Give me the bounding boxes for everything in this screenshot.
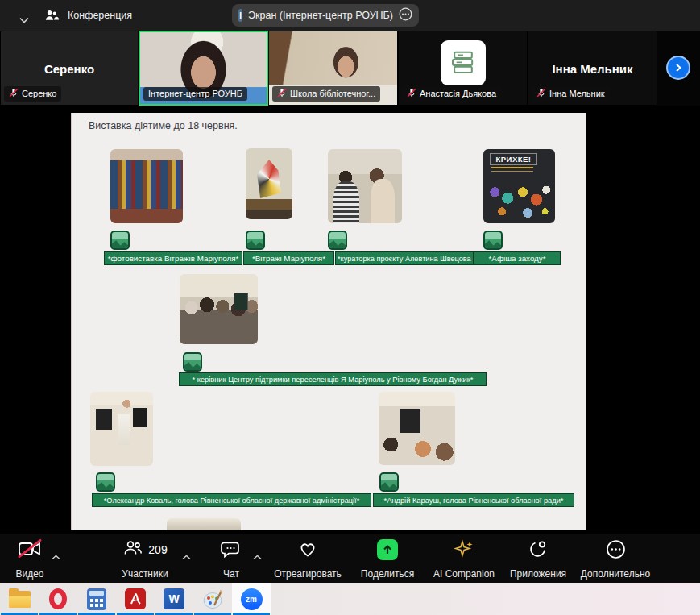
tool-label: Видео <box>15 568 43 580</box>
video-tile-anastasia[interactable]: Анастасія Дьякова <box>398 31 528 106</box>
chat-icon <box>221 539 242 563</box>
ai-sparkle-icon <box>454 539 474 562</box>
poster-subtitle-lines <box>491 167 533 168</box>
name-chip: Інна Мельник <box>532 86 610 102</box>
image-placeholder-icon <box>96 472 115 492</box>
react-button[interactable]: Отреагировать <box>266 539 350 580</box>
photo-visitors-vertical <box>328 149 402 223</box>
shared-screen-tab[interactable]: I Экран (Інтернет-центр РОУНБ) <box>232 4 419 27</box>
tab-avatar: I <box>238 9 242 22</box>
participants-options-chevron[interactable] <box>182 549 191 563</box>
video-button[interactable]: Видео <box>5 539 55 580</box>
taskbar-calculator[interactable] <box>77 583 116 615</box>
chat-options-chevron[interactable] <box>253 549 262 563</box>
participant-video-strip: Серенко Серенко Інтернет-центр РОУНБ Шко… <box>0 31 700 106</box>
tab-title: Экран (Інтернет-центр РОУНБ) <box>248 10 393 21</box>
photo-caption: *Вітражі Маріуполя* <box>243 251 334 265</box>
tab-more-icon[interactable] <box>399 7 412 24</box>
photo-partial-bottom <box>167 518 241 530</box>
books-icon <box>447 47 479 79</box>
taskbar-opera[interactable] <box>39 583 77 615</box>
acrobat-icon <box>125 588 146 609</box>
photo-caption: *Олександр Коваль, голова Рівненської об… <box>92 493 371 507</box>
photo-event-poster: КРИХКЕ! <box>483 149 555 223</box>
mic-muted-icon <box>9 88 19 99</box>
video-tile-internet-center-active-speaker[interactable]: Інтернет-центр РОУНБ <box>139 31 268 106</box>
photo-caption: *кураторка проєкту Алевтина Швецова * <box>335 251 474 265</box>
taskbar-acrobat[interactable] <box>116 583 155 615</box>
paint-icon <box>202 588 224 610</box>
mic-muted-icon <box>277 88 287 99</box>
participant-name: Серенко <box>1 62 138 76</box>
meeting-toolbar: Видео 209 Участники Чат <box>0 534 700 583</box>
image-placeholder-icon <box>379 472 399 492</box>
video-off-icon <box>18 539 42 559</box>
word-icon: W <box>164 588 184 609</box>
taskbar-file-explorer[interactable] <box>0 583 39 615</box>
tool-label: Отреагировать <box>274 568 342 580</box>
tool-label: AI Companion <box>433 568 495 580</box>
file-explorer-icon <box>9 591 31 608</box>
chip-label: Інтернет-центр РОУНБ <box>148 89 242 98</box>
poster-title: КРИХКЕ! <box>490 153 537 165</box>
video-options-chevron[interactable] <box>52 549 60 563</box>
photo-caption: *фотовиставка Вітражів Маріуполя* <box>104 251 242 265</box>
share-screen-button[interactable]: Поделиться <box>351 539 424 580</box>
image-placeholder-icon <box>328 231 347 250</box>
windows-taskbar: W zm <box>0 583 700 615</box>
collapse-chevron-icon[interactable] <box>19 12 29 27</box>
image-placeholder-icon <box>483 231 503 250</box>
video-tile-school[interactable]: Школа бібліотечног... <box>268 31 398 106</box>
opera-icon <box>49 588 67 609</box>
shared-document: Виставка діятиме до 18 червня. КРИХКЕ! *… <box>71 113 586 530</box>
participants-button[interactable]: 209 Участники <box>108 539 182 580</box>
photo-caption: * керівник Центру підтримки переселенців… <box>179 372 487 386</box>
apps-button[interactable]: Приложения <box>501 539 575 580</box>
next-participants-button[interactable] <box>666 56 690 80</box>
taskbar-paint[interactable] <box>193 583 232 615</box>
tool-label: Поделиться <box>361 568 414 580</box>
name-chip: Серенко <box>4 86 61 102</box>
image-placeholder-icon <box>246 231 265 250</box>
taskbar-zoom-active[interactable]: zm <box>232 583 271 615</box>
name-chip: Анастасія Дьякова <box>402 86 501 102</box>
photo-stained-glass-figure <box>246 148 292 219</box>
taskbar-word[interactable]: W <box>155 583 193 615</box>
chip-label: Школа бібліотечног... <box>290 89 375 98</box>
meeting-title: Конференция <box>68 0 132 31</box>
chip-label: Анастасія Дьякова <box>420 89 496 98</box>
participants-count: 209 <box>148 543 167 556</box>
window-top-bar: Конференция I Экран (Інтернет-центр РОУН… <box>0 0 700 31</box>
more-button[interactable]: Дополнительно <box>572 539 659 580</box>
video-tile-inna[interactable]: Інна Мельник Інна Мельник <box>528 31 657 106</box>
photo-crowd <box>180 274 258 344</box>
name-chip: Школа бібліотечног... <box>272 86 380 102</box>
share-icon <box>377 539 398 560</box>
photo-speaker-karaush <box>379 392 455 465</box>
calculator-icon <box>87 588 106 610</box>
image-placeholder-icon <box>110 231 130 250</box>
ai-companion-button[interactable]: AI Companion <box>425 539 503 580</box>
tool-label: Дополнительно <box>581 568 650 580</box>
tool-label: Участники <box>122 568 168 580</box>
chip-label: Інна Мельник <box>549 89 605 98</box>
heart-icon <box>297 539 318 562</box>
tool-label: Приложения <box>510 568 566 580</box>
mic-muted-icon <box>536 88 546 99</box>
books-avatar <box>441 40 486 85</box>
name-chip: Інтернет-центр РОУНБ <box>143 87 247 101</box>
participant-name: Інна Мельник <box>528 62 657 76</box>
video-tile-serenko[interactable]: Серенко Серенко <box>0 31 139 106</box>
chat-button[interactable]: Чат <box>208 539 255 580</box>
document-title: Виставка діятиме до 18 червня. <box>89 120 238 131</box>
zoom-app-icon: zm <box>241 588 263 610</box>
photo-caption: *Афіша заходу* <box>474 251 561 265</box>
shared-screen-stage: Виставка діятиме до 18 червня. КРИХКЕ! *… <box>0 106 700 534</box>
chip-label: Серенко <box>22 89 56 98</box>
photo-speaker-koval <box>90 392 153 466</box>
zoom-meeting-window: Конференция I Экран (Інтернет-центр РОУН… <box>0 0 700 615</box>
mic-muted-icon <box>407 88 416 99</box>
tool-label: Чат <box>223 568 239 580</box>
meeting-people-icon <box>43 7 60 27</box>
participants-icon <box>122 538 143 561</box>
